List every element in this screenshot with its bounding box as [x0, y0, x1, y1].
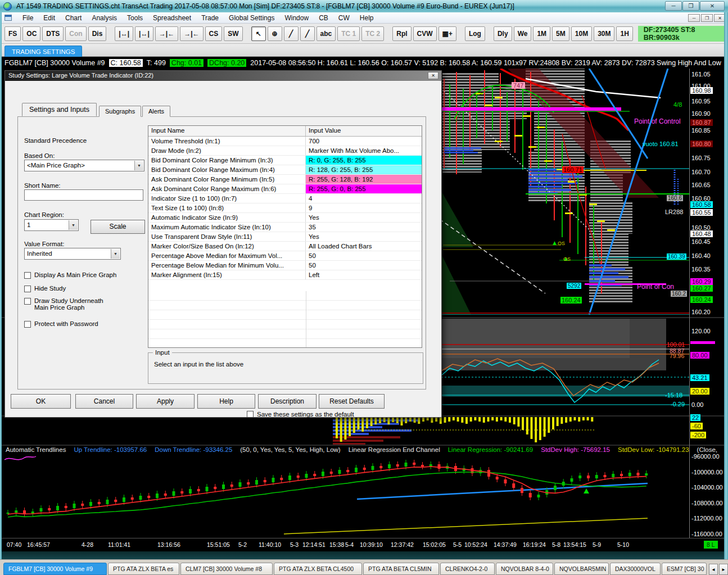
- toolbar-button[interactable]: →|←: [155, 26, 178, 41]
- menu-item[interactable]: Tools: [122, 13, 148, 23]
- chart-tab[interactable]: ESM7 [CB] 30: [662, 563, 707, 575]
- chevron-down-icon[interactable]: ▼: [134, 161, 143, 170]
- time-axis[interactable]: 07:4016:45:574-2811:01:4113:16:5615:51:0…: [0, 538, 728, 551]
- chart-region-select[interactable]: 1▼: [24, 219, 79, 231]
- chart-tab[interactable]: FGBLM7 [CB] 30000 Volume #9: [3, 563, 107, 575]
- dialog-button[interactable]: Cancel: [75, 394, 133, 409]
- table-row[interactable]: Ask Dominant Color Range Maximum (In:6) …: [148, 184, 422, 194]
- toolbar-button[interactable]: CS: [205, 26, 223, 41]
- menu-item[interactable]: Help: [355, 13, 379, 23]
- dialog-tab[interactable]: Subgraphs: [99, 106, 141, 117]
- dialog-checkbox[interactable]: Display As Main Price Graph: [24, 271, 137, 279]
- minimize-button[interactable]: ─: [665, 1, 682, 11]
- table-row[interactable]: Percentage Above Median for Maximum Vol.…: [148, 251, 422, 261]
- dialog-button[interactable]: Help: [197, 394, 255, 409]
- table-row[interactable]: Marker Color/Size Based On (In:12) All L…: [148, 242, 422, 251]
- input-name-header[interactable]: Input Name: [148, 126, 306, 136]
- chart-tab[interactable]: DAX30000VOL: [610, 563, 661, 575]
- menu-item[interactable]: Trade: [196, 13, 224, 23]
- toolbar-button[interactable]: Con: [65, 26, 86, 41]
- dialog-close-icon[interactable]: ✕: [428, 72, 438, 79]
- close-button[interactable]: ✕: [700, 1, 725, 11]
- menu-item[interactable]: Window: [279, 13, 314, 23]
- chart-tab[interactable]: NQVOLBAR 8-4-0: [496, 563, 553, 575]
- toolbar-button[interactable]: DTS: [42, 26, 64, 41]
- toolbar-button[interactable]: SW: [224, 26, 242, 41]
- table-row[interactable]: Maximum Automatic Indicator Size (In:10)…: [148, 223, 422, 232]
- table-row[interactable]: Volume Threshold (In:1) 700: [148, 137, 422, 146]
- restore-button[interactable]: ❐: [682, 1, 699, 11]
- toolbar-button[interactable]: TC 1: [337, 26, 360, 41]
- trading-settings-tab[interactable]: TRADING SETTINGS: [4, 46, 82, 57]
- table-row[interactable]: Text Size (1 to 100) (In:8) 9: [148, 203, 422, 213]
- table-row[interactable]: Indicator Size (1 to 100) (In:7) 4: [148, 194, 422, 203]
- dialog-checkbox[interactable]: Hide Study: [24, 285, 137, 292]
- toolbar-button[interactable]: TC 2: [361, 26, 384, 41]
- dialog-tab[interactable]: Settings and Inputs: [22, 103, 97, 116]
- chart-tab[interactable]: PTG ATA BETA CL5MIN: [363, 563, 439, 575]
- inputs-table[interactable]: Input Name Input Value Volume Threshold …: [148, 125, 422, 348]
- mdi-minimize-button[interactable]: ─: [688, 14, 700, 22]
- table-row[interactable]: Percentage Below Median for Minimum Volu…: [148, 261, 422, 270]
- toolbar-button[interactable]: ↖: [251, 26, 266, 41]
- toolbar-button[interactable]: Dly: [494, 26, 512, 41]
- toolbar-button[interactable]: |↔|: [135, 26, 153, 41]
- toolbar-button[interactable]: ╱: [284, 26, 299, 41]
- toolbar-button[interactable]: |↔|: [115, 26, 133, 41]
- chart-tab[interactable]: PTG ATA ZLX BETA es: [108, 563, 179, 575]
- toolbar-button[interactable]: →|←: [180, 26, 203, 41]
- toolbar-button[interactable]: ⊕: [268, 26, 282, 41]
- table-row[interactable]: Bid Dominant Color Range Maximum (In:4) …: [148, 165, 422, 175]
- toolbar-button[interactable]: FS: [4, 26, 21, 41]
- chart-area[interactable]: 161.05161.00160.98160.95160.90160.87160.…: [0, 69, 728, 538]
- toolbar-button[interactable]: OC: [22, 26, 40, 41]
- toolbar-button[interactable]: We: [514, 26, 532, 41]
- table-row[interactable]: Marker Alignment (In:15) Left: [148, 270, 422, 280]
- table-row[interactable]: Automatic Indicator Size (In:9) Yes: [148, 213, 422, 223]
- table-row[interactable]: Draw Mode (In:2) Marker With Max Volume …: [148, 146, 422, 156]
- chart-tab[interactable]: PTG ATA ZLX BETA CL4500: [274, 563, 362, 575]
- dialog-checkbox[interactable]: Draw Study Underneath Main Price Graph: [24, 297, 113, 311]
- mdi-restore-button[interactable]: ❐: [701, 14, 713, 22]
- toolbar-button[interactable]: Rpl: [392, 26, 411, 41]
- toolbar-button[interactable]: CVW: [413, 26, 437, 41]
- menu-item[interactable]: File: [17, 13, 38, 23]
- table-row[interactable]: Ask Dominant Color Range Minimum (In:5) …: [148, 175, 422, 184]
- toolbar-button[interactable]: 10M: [571, 26, 592, 41]
- input-value-header[interactable]: Input Value: [306, 126, 422, 136]
- dialog-title-bar[interactable]: Study Settings: Large Volume Trade Indic…: [5, 71, 441, 81]
- dialog-tab[interactable]: Alerts: [142, 106, 170, 117]
- menu-item[interactable]: Global Settings: [224, 13, 279, 23]
- checkbox-icon[interactable]: [24, 272, 31, 279]
- menu-item[interactable]: Analysis: [87, 13, 122, 23]
- toolbar-button[interactable]: 1H: [616, 26, 632, 41]
- scale-button[interactable]: Scale: [91, 220, 145, 234]
- dialog-button[interactable]: Description: [258, 394, 316, 409]
- tab-scroll-left-icon[interactable]: ◄: [709, 564, 718, 575]
- dialog-button[interactable]: OK: [11, 394, 71, 409]
- menu-item[interactable]: Edit: [38, 13, 60, 23]
- toolbar-button[interactable]: 5M: [552, 26, 569, 41]
- save-default-checkbox[interactable]: Save these settings as the default: [247, 411, 354, 418]
- table-row[interactable]: Use Transparent Draw Style (In:11) Yes: [148, 232, 422, 242]
- toolbar-button[interactable]: ▦+: [438, 26, 456, 41]
- menu-item[interactable]: CB: [314, 13, 333, 23]
- chevron-down-icon[interactable]: ▼: [69, 220, 78, 230]
- dialog-checkbox[interactable]: Protect with Password: [24, 320, 137, 328]
- menu-item[interactable]: Spreadsheet: [148, 13, 196, 23]
- toolbar-button[interactable]: abc: [316, 26, 336, 41]
- value-format-select[interactable]: Inherited▼: [24, 248, 121, 260]
- dialog-button[interactable]: Reset Defaults: [319, 394, 385, 409]
- table-row[interactable]: Bid Dominant Color Range Minimum (In:3) …: [148, 156, 422, 165]
- menu-item[interactable]: Chart: [60, 13, 87, 23]
- checkbox-icon[interactable]: [24, 298, 31, 305]
- toolbar-button[interactable]: 1M: [533, 26, 550, 41]
- menu-item[interactable]: CW: [333, 13, 355, 23]
- toolbar-button[interactable]: ╱: [300, 26, 315, 41]
- toolbar-button[interactable]: 30M: [594, 26, 614, 41]
- tab-scroll-right-icon[interactable]: ►: [719, 564, 728, 575]
- checkbox-icon[interactable]: [247, 411, 254, 418]
- based-on-select[interactable]: <Main Price Graph>▼: [24, 160, 144, 171]
- short-name-input[interactable]: [24, 189, 143, 201]
- chevron-down-icon[interactable]: ▼: [111, 249, 120, 259]
